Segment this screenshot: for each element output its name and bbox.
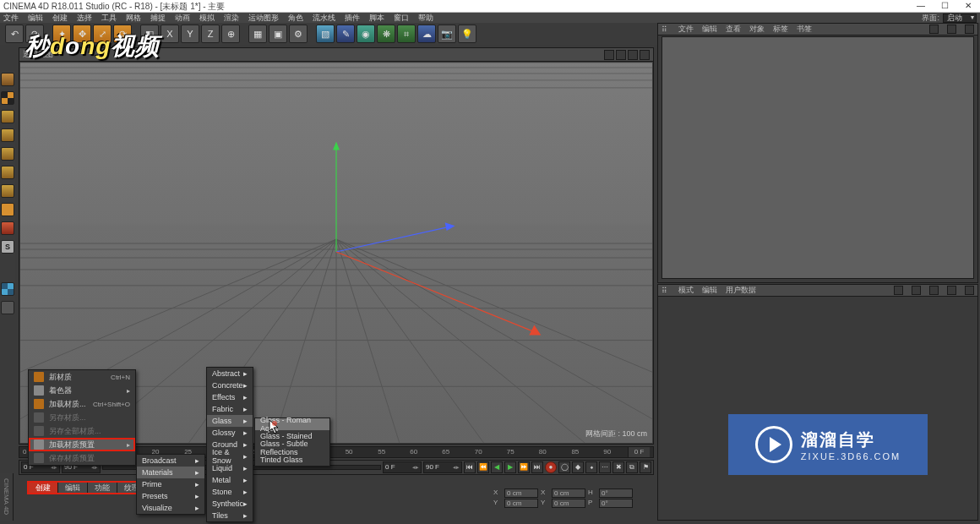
objmgr-menu-view[interactable]: 查看 [726,24,741,35]
mat-tab-edit[interactable]: 编辑 [58,483,88,493]
render-view-button[interactable]: ▦ [248,25,267,43]
scale-tool-button[interactable]: ⤢ [93,25,112,43]
autokey-button[interactable]: ◯ [558,461,570,473]
menu-tools[interactable]: 工具 [101,13,117,24]
menu-file[interactable]: 文件 [3,13,19,24]
deformer-button[interactable]: ⌗ [397,25,416,43]
locked-workplane-button[interactable] [1,282,14,296]
viewport-dolly-icon[interactable] [616,50,626,60]
menu-edit[interactable]: 编辑 [28,13,43,24]
objmgr-eye-icon[interactable] [947,25,956,34]
fly2-concrete[interactable]: Concrete▸ [207,379,253,391]
fly1-presets[interactable]: Presets▸ [137,490,204,502]
size-x-field[interactable]: 0 cm [552,489,585,498]
key-all-button[interactable]: ⬥ [585,461,597,473]
key-remove-button[interactable]: ✖ [612,461,624,473]
menu-mograph[interactable]: 运动图形 [248,13,279,24]
fly2-glass[interactable]: Glass▸ [207,415,253,427]
workplane-mode-button[interactable] [1,128,14,142]
fly2-abstract[interactable]: Abstract▸ [207,368,253,379]
axis-mode-button[interactable] [1,203,14,216]
fly2-metal[interactable]: Metal▸ [207,474,253,486]
object-manager-tree[interactable] [662,36,974,279]
viewport-orbit-icon[interactable] [628,50,638,60]
fly1-materials[interactable]: Materials▸ [137,467,204,478]
window-maximize-button[interactable]: ☐ [933,0,956,12]
key-func-button[interactable]: ⚑ [640,461,651,473]
ctx-new-material[interactable]: 新材质 Ctrl+N [29,370,135,384]
menu-character[interactable]: 角色 [288,13,303,24]
snap-toggle-button[interactable]: S [1,240,14,254]
objmgr-menu-object[interactable]: 对象 [749,24,765,35]
step-back-button[interactable]: ⏪ [477,461,489,473]
fly2-synthetic[interactable]: Synthetic▸ [207,498,253,510]
rot-p-field[interactable]: 0° [599,499,633,508]
render-settings-button[interactable]: ⚙ [289,25,308,43]
render-region-button[interactable]: ▣ [269,25,287,43]
fly2-liquid[interactable]: Liquid▸ [207,462,253,474]
attrmgr-menu-edit[interactable]: 编辑 [702,285,717,296]
fly2-tiles[interactable]: Tiles▸ [207,510,253,521]
key-pos-button[interactable]: ◆ [572,461,584,473]
go-start-button[interactable]: ⏮ [464,461,476,473]
planar-workplane-button[interactable] [1,301,14,314]
spline-pen-button[interactable]: ✎ [336,25,355,43]
axis-z-button[interactable]: Z [201,25,220,43]
mat-tab-create[interactable]: 创建 [29,483,58,493]
point-mode-button[interactable] [1,147,14,161]
timeline-end-field[interactable]: 0 F [628,447,650,457]
fly3-subtle-reflections[interactable]: Glass - Subtle Reflections [255,442,329,454]
objmgr-menu-bookmark[interactable]: 书签 [797,24,812,35]
menu-plugins[interactable]: 插件 [345,13,360,24]
mat-tab-function[interactable]: 功能 [88,483,117,493]
ctx-load-preset[interactable]: 加载材质预置 ▸ [29,438,135,451]
menu-help[interactable]: 帮助 [418,13,433,24]
menu-window[interactable]: 窗口 [394,13,409,24]
rot-h-field[interactable]: 0° [599,489,633,498]
rotate-tool-button[interactable]: ⟳ [113,25,132,43]
attrmgr-menu-mode[interactable]: 模式 [678,285,694,296]
objmgr-menu-edit[interactable]: 编辑 [702,24,717,35]
menu-simulate[interactable]: 模拟 [199,13,215,24]
fly3-roman-aqua[interactable]: Glass - Roman Aqua [255,418,329,430]
size-y-field[interactable]: 0 cm [552,499,585,508]
record-button[interactable]: ● [545,461,557,473]
objmgr-filter-icon[interactable] [965,25,974,34]
fly2-stone[interactable]: Stone▸ [207,486,253,498]
generator-array-button[interactable]: ❋ [377,25,395,43]
fly2-fabric[interactable]: Fabric▸ [207,403,253,415]
menu-script[interactable]: 脚本 [369,13,384,24]
key-opts-button[interactable]: ⋯ [599,461,611,473]
fly2-effects[interactable]: Effects▸ [207,391,253,403]
primitive-cube-button[interactable]: ▧ [316,25,335,43]
pos-y-field[interactable]: 0 cm [504,499,538,508]
window-minimize-button[interactable]: — [909,0,933,12]
axis-y-button[interactable]: Y [181,25,199,43]
edge-mode-button[interactable] [1,166,14,179]
environment-button[interactable]: ☁ [417,25,436,43]
window-close-button[interactable]: ✕ [956,0,980,12]
camera-button[interactable]: 📷 [438,25,456,43]
make-editable-button[interactable] [1,73,14,86]
objmgr-search-icon[interactable] [929,25,939,34]
attrmgr-fwd-icon[interactable] [912,286,921,295]
ctx-shader[interactable]: 着色器 ▸ [29,384,135,397]
menu-render[interactable]: 渲染 [224,13,239,24]
fly2-glossy[interactable]: Glossy▸ [207,427,253,439]
redo-button[interactable]: ↷ [25,25,44,43]
viewport-solo-button[interactable] [1,221,14,235]
viewport-pan-icon[interactable] [604,50,614,60]
viewport-maximize-icon[interactable] [640,50,650,60]
fly2-ice-snow[interactable]: Ice & Snow▸ [207,450,253,462]
scene-end-field[interactable]: 90 F◂▸ [423,461,462,473]
objmgr-menu-tags[interactable]: 标签 [773,24,788,35]
menu-select[interactable]: 选择 [77,13,92,24]
menu-pipeline[interactable]: 流水线 [313,13,335,24]
fly1-visualize[interactable]: Visualize▸ [137,502,204,514]
texture-mode-button[interactable] [1,110,14,123]
move-tool-button[interactable]: ✥ [73,25,91,43]
pos-x-field[interactable]: 0 cm [504,489,538,498]
menu-animate[interactable]: 动画 [175,13,190,24]
menu-create[interactable]: 创建 [52,13,68,24]
menu-snap[interactable]: 捕捉 [150,13,166,24]
